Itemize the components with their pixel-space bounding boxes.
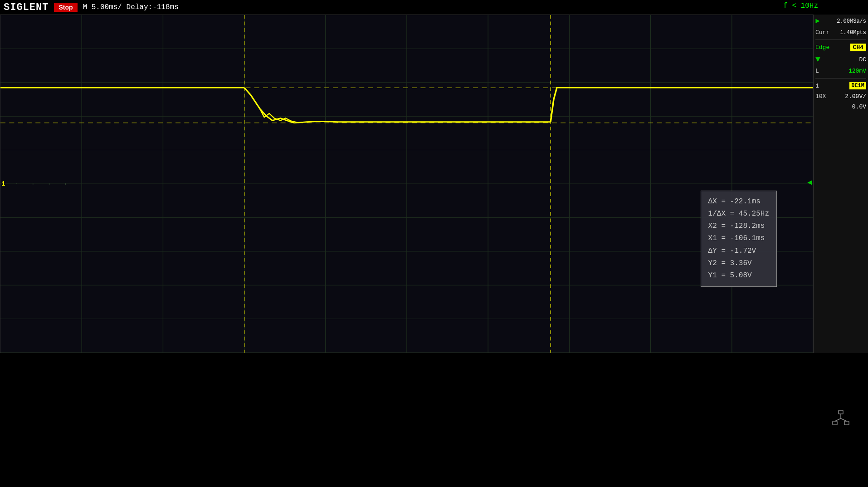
curr-row: Curr 1.40Mpts bbox=[815, 28, 866, 37]
scope-svg bbox=[0, 15, 813, 353]
ch1-settings-row: 1 DC1M bbox=[815, 81, 866, 90]
bottom-area bbox=[0, 353, 868, 487]
divider-2 bbox=[815, 78, 866, 79]
stop-button[interactable]: Stop bbox=[54, 3, 77, 12]
svg-rect-31 bbox=[844, 421, 849, 425]
probe-label: 10X bbox=[815, 93, 826, 100]
meas-inv-dx: 1/ΔX = 45.25Hz bbox=[708, 208, 769, 220]
l-value: 120mV bbox=[848, 68, 866, 74]
edge-label: Edge bbox=[815, 44, 829, 51]
divider-1 bbox=[815, 39, 866, 40]
trigger-type-row: ▼ DC bbox=[815, 54, 866, 65]
meas-dx: ΔX = -22.1ms bbox=[708, 196, 769, 208]
dc1m-badge: DC1M bbox=[849, 82, 866, 89]
falling-edge-icon: ▼ bbox=[815, 55, 820, 64]
offset-value: 0.0V bbox=[852, 103, 866, 110]
header-bar: SIGLENT Stop M 5.00ms/ Delay:-118ms f < … bbox=[0, 0, 868, 15]
meas-x2: X2 = -128.2ms bbox=[708, 220, 769, 232]
timebase-info: M 5.00ms/ Delay:-118ms bbox=[83, 3, 179, 11]
probe-row: 10X 2.00V/ bbox=[815, 92, 866, 101]
meas-y2: Y2 = 3.36V bbox=[708, 257, 769, 270]
l-label: L bbox=[815, 68, 819, 74]
svg-line-33 bbox=[835, 418, 841, 421]
scope-area: 1 ◀ ΔX = -22.1ms 1/ΔX = 45.25Hz X2 = -12… bbox=[0, 15, 814, 353]
curr-label: Curr bbox=[815, 29, 829, 36]
svg-rect-29 bbox=[839, 410, 843, 414]
trigger-row: ► 2.00MSa/s bbox=[815, 16, 866, 26]
oscilloscope-display: SIGLENT Stop M 5.00ms/ Delay:-118ms f < … bbox=[0, 0, 868, 487]
trigger-arrow-icon: ► bbox=[815, 17, 820, 25]
svg-line-34 bbox=[841, 418, 847, 421]
svg-rect-30 bbox=[833, 421, 837, 425]
offset-row: 0.0V bbox=[815, 103, 866, 111]
right-panel: ► 2.00MSa/s Curr 1.40Mpts Edge CH4 ▼ DC … bbox=[814, 15, 868, 353]
siglent-logo: SIGLENT bbox=[4, 2, 49, 13]
sa-value: 2.00MSa/s bbox=[837, 18, 866, 25]
ch1-num-label: 1 bbox=[815, 83, 819, 89]
network-icon bbox=[832, 409, 850, 431]
dc-badge: DC bbox=[859, 56, 866, 63]
trigger-marker: ◀ bbox=[807, 177, 812, 187]
main-content: 1 ◀ ΔX = -22.1ms 1/ΔX = 45.25Hz X2 = -12… bbox=[0, 15, 868, 353]
ch1-label: 1 bbox=[1, 180, 5, 187]
meas-x1: X1 = -106.1ms bbox=[708, 232, 769, 245]
curr-value: 1.40Mpts bbox=[840, 30, 866, 36]
ch1-marker: 1 bbox=[1, 180, 5, 187]
ch4-badge: CH4 bbox=[850, 44, 866, 51]
volt-div: 2.00V/ bbox=[845, 93, 866, 100]
freq-display: f < 10Hz bbox=[783, 2, 818, 10]
meas-y1: Y1 = 5.08V bbox=[708, 270, 769, 282]
edge-row: Edge CH4 bbox=[815, 43, 866, 52]
l-row: L 120mV bbox=[815, 67, 866, 75]
meas-dy: ΔY = -1.72V bbox=[708, 245, 769, 257]
measurement-box: ΔX = -22.1ms 1/ΔX = 45.25Hz X2 = -128.2m… bbox=[701, 191, 777, 287]
